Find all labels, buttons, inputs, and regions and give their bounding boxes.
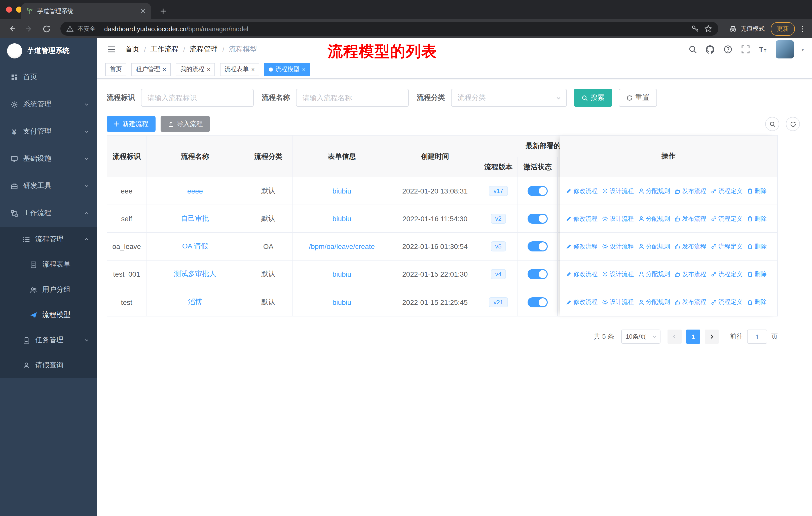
- delete-link[interactable]: 删除: [747, 214, 767, 223]
- help-icon[interactable]: [723, 44, 733, 54]
- active-toggle[interactable]: [528, 241, 548, 251]
- form-info-link[interactable]: biubiu: [332, 270, 351, 278]
- address-bar[interactable]: 不安全 dashboard.yudao.iocoder.cn/bpm/manag…: [60, 22, 718, 36]
- design-process-link[interactable]: 设计流程: [602, 187, 634, 195]
- goto-page-input[interactable]: [747, 330, 767, 344]
- search-button[interactable]: 搜索: [574, 89, 612, 107]
- delete-link[interactable]: 删除: [747, 298, 767, 306]
- publish-process-link[interactable]: 发布流程: [674, 214, 706, 223]
- edit-process-link[interactable]: 修改流程: [566, 214, 598, 223]
- process-name-link[interactable]: 滔博: [188, 298, 202, 307]
- sidebar-logo[interactable]: 芋道管理系统: [0, 38, 97, 63]
- create-process-button[interactable]: 新建流程: [107, 116, 155, 132]
- assign-rule-link[interactable]: 分配规则: [638, 242, 670, 251]
- tab-process-form[interactable]: 流程表单×: [220, 63, 259, 76]
- breadcrumb-process-management[interactable]: 流程管理: [190, 45, 218, 54]
- assign-rule-link[interactable]: 分配规则: [638, 298, 670, 306]
- delete-link[interactable]: 删除: [747, 187, 767, 195]
- browser-menu-icon[interactable]: ⋮: [798, 24, 807, 33]
- sidebar-item-dev-tools[interactable]: 研发工具: [0, 172, 97, 199]
- tab-process-model[interactable]: 流程模型×: [264, 63, 310, 76]
- edit-process-link[interactable]: 修改流程: [566, 187, 598, 195]
- active-toggle[interactable]: [528, 297, 548, 307]
- new-tab-button[interactable]: [157, 5, 169, 17]
- design-process-link[interactable]: 设计流程: [602, 214, 634, 223]
- import-process-button[interactable]: 导入流程: [161, 116, 210, 132]
- active-toggle[interactable]: [528, 214, 548, 224]
- sidebar-item-process-model[interactable]: 流程模型: [0, 302, 97, 328]
- publish-process-link[interactable]: 发布流程: [674, 298, 706, 306]
- back-button[interactable]: [5, 22, 19, 36]
- sidebar-item-home[interactable]: 首页: [0, 63, 97, 91]
- fullscreen-icon[interactable]: [741, 44, 751, 54]
- process-category-select[interactable]: 流程分类: [451, 89, 567, 107]
- form-info-link[interactable]: biubiu: [332, 215, 351, 223]
- breadcrumb-home[interactable]: 首页: [125, 45, 140, 54]
- active-toggle[interactable]: [528, 269, 548, 279]
- breadcrumb-workflow[interactable]: 工作流程: [150, 45, 179, 54]
- edit-process-link[interactable]: 修改流程: [566, 270, 598, 278]
- refresh-table-button[interactable]: [786, 117, 800, 131]
- delete-link[interactable]: 删除: [747, 242, 767, 251]
- tab-tenant-management[interactable]: 租户管理×: [132, 63, 171, 76]
- sidebar-collapse-icon[interactable]: [105, 43, 117, 55]
- active-toggle[interactable]: [528, 186, 548, 196]
- forward-button[interactable]: [22, 22, 36, 36]
- sidebar-item-user-group[interactable]: 用户分组: [0, 277, 97, 302]
- tab-my-process[interactable]: 我的流程×: [176, 63, 215, 76]
- edit-process-link[interactable]: 修改流程: [566, 298, 598, 306]
- process-name-input[interactable]: [296, 89, 409, 107]
- publish-process-link[interactable]: 发布流程: [674, 242, 706, 251]
- sidebar-item-workflow[interactable]: 工作流程: [0, 199, 97, 227]
- sidebar-item-process-form[interactable]: 流程表单: [0, 252, 97, 277]
- assign-rule-link[interactable]: 分配规则: [638, 270, 670, 278]
- sidebar-item-process-management[interactable]: 流程管理: [0, 227, 97, 252]
- design-process-link[interactable]: 设计流程: [602, 242, 634, 251]
- form-info-link[interactable]: biubiu: [332, 298, 351, 306]
- close-icon[interactable]: ×: [302, 66, 306, 73]
- close-icon[interactable]: ×: [251, 66, 255, 73]
- sidebar-item-task-management[interactable]: 任务管理: [0, 328, 97, 353]
- next-page-button[interactable]: [705, 330, 719, 344]
- reset-button[interactable]: 重置: [619, 89, 657, 107]
- prev-page-button[interactable]: [668, 330, 682, 344]
- process-name-link[interactable]: 测试多审批人: [174, 270, 216, 279]
- font-size-icon[interactable]: TT: [758, 44, 768, 54]
- process-definition-link[interactable]: 流程定义: [711, 270, 743, 278]
- form-info-link[interactable]: /bpm/oa/leave/create: [309, 242, 375, 250]
- process-definition-link[interactable]: 流程定义: [711, 242, 743, 251]
- form-info-link[interactable]: biubiu: [332, 187, 351, 195]
- close-window-button[interactable]: [6, 6, 12, 12]
- tab-home[interactable]: 首页: [105, 63, 126, 76]
- sidebar-item-leave-query[interactable]: 请假查询: [0, 353, 97, 378]
- process-name-link[interactable]: eeee: [187, 187, 203, 195]
- tab-close-icon[interactable]: ✕: [140, 7, 146, 15]
- bookmark-star-icon[interactable]: [704, 25, 712, 33]
- design-process-link[interactable]: 设计流程: [602, 270, 634, 278]
- user-avatar[interactable]: [776, 40, 794, 58]
- design-process-link[interactable]: 设计流程: [602, 298, 634, 306]
- publish-process-link[interactable]: 发布流程: [674, 187, 706, 195]
- process-name-link[interactable]: 自己审批: [181, 214, 209, 223]
- close-icon[interactable]: ×: [163, 66, 166, 73]
- current-page-button[interactable]: 1: [686, 330, 700, 344]
- sidebar-item-payment[interactable]: ¥ 支付管理: [0, 118, 97, 145]
- process-definition-link[interactable]: 流程定义: [711, 298, 743, 306]
- assign-rule-link[interactable]: 分配规则: [638, 214, 670, 223]
- update-button[interactable]: 更新: [771, 22, 795, 35]
- sidebar-item-infrastructure[interactable]: 基础设施: [0, 145, 97, 172]
- publish-process-link[interactable]: 发布流程: [674, 270, 706, 278]
- github-icon[interactable]: [705, 44, 715, 54]
- process-name-link[interactable]: OA 请假: [182, 242, 208, 251]
- browser-tab[interactable]: 芋道管理系统 ✕: [21, 3, 151, 19]
- sidebar-item-system[interactable]: 系统管理: [0, 91, 97, 118]
- password-key-icon[interactable]: [691, 25, 699, 33]
- close-icon[interactable]: ×: [207, 66, 210, 73]
- process-definition-link[interactable]: 流程定义: [711, 214, 743, 223]
- avatar-caret-icon[interactable]: ▾: [802, 47, 804, 52]
- search-icon[interactable]: [688, 44, 698, 54]
- delete-link[interactable]: 删除: [747, 270, 767, 278]
- edit-process-link[interactable]: 修改流程: [566, 242, 598, 251]
- reload-button[interactable]: [39, 22, 53, 36]
- page-size-select[interactable]: 10条/页: [621, 330, 661, 344]
